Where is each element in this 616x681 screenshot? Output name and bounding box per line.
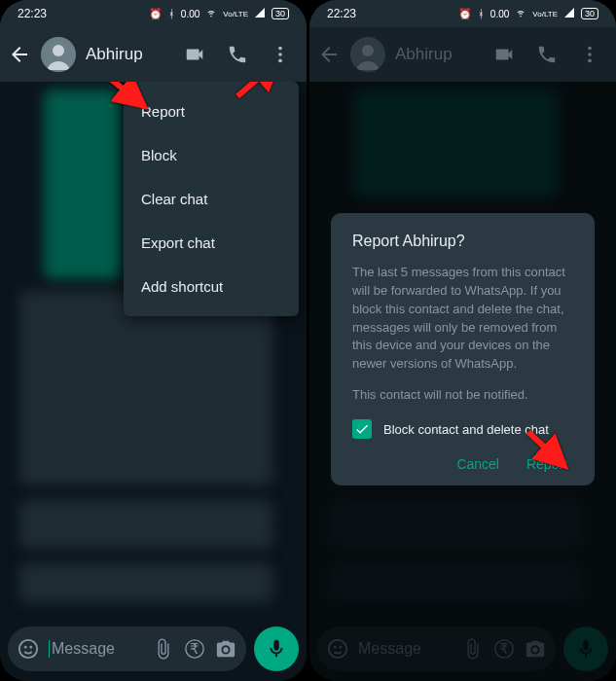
emoji-icon[interactable] [18,638,39,660]
message-bubble [19,291,272,485]
video-call-icon[interactable] [184,44,205,65]
svg-text:₹: ₹ [190,641,199,657]
chat-header: Abhirup [309,27,616,82]
phone-left: 22:23 ⏰ ᚼ 0.00 Vo/LTE 30 Abhirup [0,0,307,681]
battery-icon: 30 [581,8,598,19]
svg-line-6 [102,82,144,106]
signal-icon [563,7,575,20]
contact-name[interactable]: Abhirup [86,45,174,64]
svg-point-3 [278,53,282,56]
voice-call-icon[interactable] [536,44,558,65]
avatar[interactable] [41,37,76,72]
bluetooth-icon: ᚼ [168,8,175,19]
net-speed: 0.00 [181,9,199,19]
avatar[interactable] [350,37,385,72]
annotation-arrow [524,427,577,480]
header-actions [493,44,608,65]
svg-line-17 [528,432,564,466]
svg-point-1 [53,45,64,56]
menu-item-export-chat[interactable]: Export chat [124,221,299,265]
net-type: Vo/LTE [532,10,558,18]
back-button[interactable] [8,43,31,66]
svg-point-8 [24,646,27,649]
menu-item-block[interactable]: Block [124,133,299,177]
message-bubble [19,563,272,602]
message-input-box[interactable]: Message ₹ [8,627,246,671]
voice-call-icon[interactable] [227,44,248,65]
annotation-arrow [233,82,291,105]
video-call-icon[interactable] [493,44,515,65]
more-options-icon[interactable] [579,44,600,65]
chat-header: Abhirup [0,27,307,82]
message-input[interactable]: Message [49,640,143,658]
bluetooth-icon: ᚼ [478,8,485,19]
status-bar: 22:23 ⏰ ᚼ 0.00 Vo/LTE 30 [0,0,307,27]
alarm-icon: ⏰ [458,8,472,20]
status-time: 22:23 [18,7,47,20]
cancel-button[interactable]: Cancel [456,456,499,472]
status-bar: 22:23 ⏰ ᚼ 0.00 Vo/LTE 30 [309,0,616,27]
wifi-icon [515,7,526,20]
svg-point-7 [19,640,37,658]
status-time: 22:23 [327,7,356,20]
svg-point-2 [278,47,282,51]
header-actions [184,44,299,65]
chat-body: Report Abhirup? The last 5 messages from… [309,82,616,681]
menu-item-clear-chat[interactable]: Clear chat [124,177,299,221]
signal-icon [254,7,266,20]
contact-name[interactable]: Abhirup [395,45,484,64]
camera-icon[interactable] [215,638,236,660]
alarm-icon: ⏰ [149,8,163,20]
net-type: Vo/LTE [223,10,248,18]
chat-body: Report Block Clear chat Export chat Add … [0,82,307,681]
composer: Message ₹ [8,627,299,671]
svg-line-5 [237,82,279,96]
annotation-arrow [97,82,156,120]
dialog-notify: This contact will not be notified. [352,387,573,402]
battery-icon: 30 [272,8,289,19]
mic-button[interactable] [254,627,299,671]
block-delete-checkbox[interactable] [352,419,372,439]
back-button[interactable] [317,43,341,66]
svg-point-16 [588,59,592,63]
attachment-icon[interactable] [153,638,174,660]
dialog-body: The last 5 messages from this contact wi… [352,264,573,374]
svg-point-9 [29,646,32,649]
svg-point-14 [588,47,592,51]
svg-point-13 [362,45,374,56]
payment-icon[interactable]: ₹ [184,638,205,660]
net-speed: 0.00 [490,9,509,19]
dialog-title: Report Abhirup? [352,233,573,250]
phone-right: 22:23 ⏰ ᚼ 0.00 Vo/LTE 30 Abhirup [309,0,616,681]
more-options-icon[interactable] [270,44,291,65]
menu-item-add-shortcut[interactable]: Add shortcut [124,265,299,308]
status-indicators: ⏰ ᚼ 0.00 Vo/LTE 30 [458,7,598,20]
status-indicators: ⏰ ᚼ 0.00 Vo/LTE 30 [149,7,289,20]
svg-point-15 [588,53,592,56]
svg-point-4 [278,59,282,63]
message-bubble [19,500,272,549]
wifi-icon [205,7,217,20]
